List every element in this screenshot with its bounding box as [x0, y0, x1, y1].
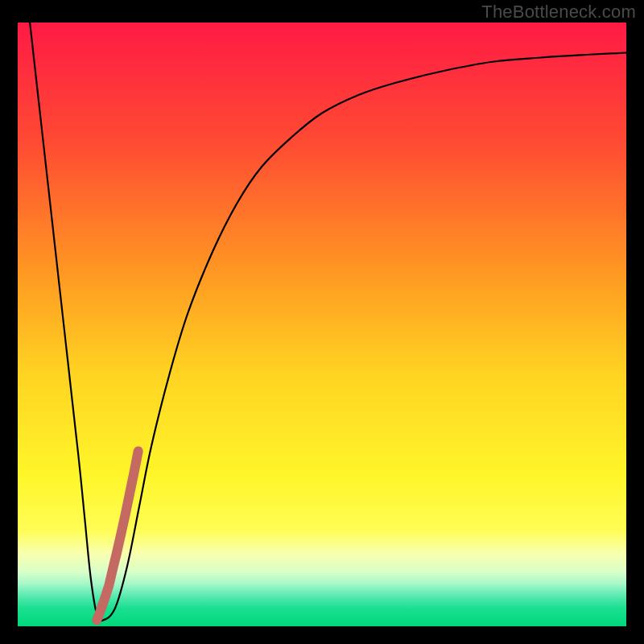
plot-area [18, 23, 626, 626]
watermark-text: TheBottleneck.com [481, 2, 636, 23]
bottleneck-chart [18, 23, 626, 626]
chart-frame: TheBottleneck.com [0, 0, 644, 644]
